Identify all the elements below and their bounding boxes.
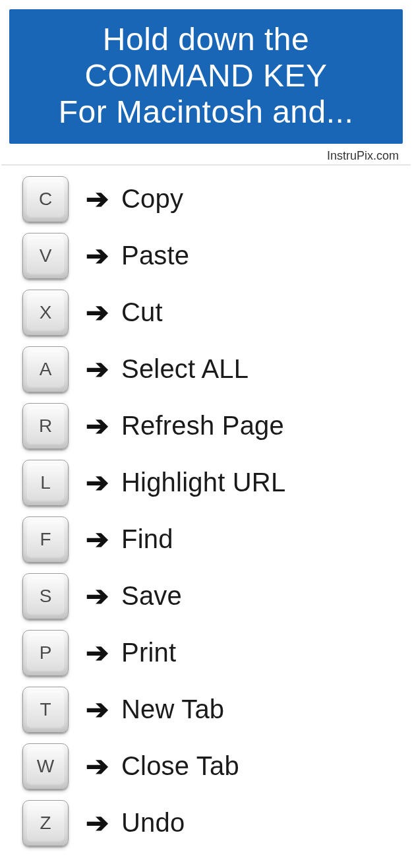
arrow-icon: ➔ [69, 469, 121, 497]
keycap-letter: L [40, 472, 51, 493]
header-line-2: COMMAND KEY [16, 57, 396, 94]
shortcut-label: Find [121, 524, 173, 554]
keycap-icon: S [22, 573, 69, 619]
shortcut-label: Paste [121, 241, 189, 270]
keycap-letter: A [40, 359, 52, 380]
keycap-letter: W [37, 756, 54, 777]
shortcut-label: Select ALL [121, 354, 249, 384]
arrow-icon: ➔ [69, 299, 121, 326]
shortcut-row: F➔Find [22, 511, 404, 568]
arrow-icon: ➔ [69, 412, 121, 440]
arrow-icon: ➔ [69, 753, 121, 780]
keycap-icon: W [22, 743, 69, 790]
keycap-icon: A [22, 346, 69, 392]
keycap-letter: X [40, 302, 52, 323]
shortcut-label: New Tab [121, 695, 224, 724]
shortcut-row: P➔Print [22, 625, 404, 681]
shortcut-row: Z➔Undo [22, 795, 404, 852]
shortcut-label: Undo [121, 808, 185, 838]
keycap-icon: F [22, 516, 69, 563]
shortcut-label: Highlight URL [121, 468, 285, 497]
header-line-3: For Macintosh and... [16, 94, 396, 130]
arrow-icon: ➔ [69, 582, 121, 610]
keycap-letter: V [40, 245, 52, 266]
shortcut-list: C➔CopyV➔PasteX➔CutA➔Select ALLR➔Refresh … [0, 171, 412, 852]
header-line-1: Hold down the [16, 21, 396, 57]
keycap-icon: R [22, 403, 69, 449]
shortcut-row: S➔Save [22, 568, 404, 625]
keycap-icon: C [22, 176, 69, 222]
arrow-icon: ➔ [69, 242, 121, 270]
shortcut-label: Refresh Page [121, 411, 284, 441]
shortcut-label: Copy [121, 184, 183, 214]
keycap-letter: Z [40, 813, 51, 834]
shortcut-row: T➔New Tab [22, 681, 404, 738]
keycap-icon: Z [22, 800, 69, 846]
shortcut-label: Print [121, 638, 176, 667]
shortcut-row: V➔Paste [22, 228, 404, 284]
keycap-icon: X [22, 290, 69, 336]
arrow-icon: ➔ [69, 696, 121, 724]
shortcut-row: R➔Refresh Page [22, 398, 404, 454]
shortcut-row: W➔Close Tab [22, 738, 404, 795]
keycap-icon: L [22, 460, 69, 506]
keycap-letter: R [39, 416, 52, 437]
arrow-icon: ➔ [69, 356, 121, 383]
header-banner: Hold down the COMMAND KEY For Macintosh … [9, 9, 403, 144]
keycap-letter: C [39, 189, 52, 210]
shortcut-row: C➔Copy [22, 171, 404, 228]
keycap-letter: P [40, 642, 52, 664]
arrow-icon: ➔ [69, 185, 121, 213]
shortcut-label: Cut [121, 297, 163, 327]
arrow-icon: ➔ [69, 639, 121, 667]
shortcut-row: L➔Highlight URL [22, 454, 404, 511]
shortcut-label: Close Tab [121, 751, 239, 781]
keycap-icon: P [22, 630, 69, 676]
attribution-text: InstruPix.com [1, 149, 411, 166]
shortcut-label: Save [121, 581, 182, 611]
arrow-icon: ➔ [69, 526, 121, 553]
shortcut-row: X➔Cut [22, 284, 404, 341]
shortcut-row: A➔Select ALL [22, 341, 404, 398]
keycap-letter: F [40, 529, 51, 550]
keycap-letter: S [40, 586, 52, 607]
keycap-letter: T [40, 699, 51, 720]
arrow-icon: ➔ [69, 809, 121, 837]
keycap-icon: T [22, 687, 69, 733]
keycap-icon: V [22, 233, 69, 279]
